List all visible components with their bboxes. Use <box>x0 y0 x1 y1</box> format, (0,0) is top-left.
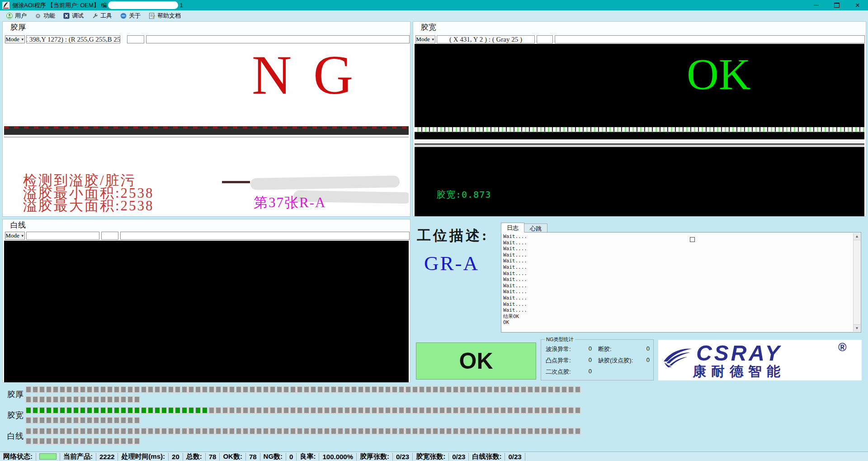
frame-square-empty <box>534 407 540 414</box>
menu-item-label: 功能 <box>43 12 55 20</box>
frame-square-empty <box>466 386 472 393</box>
frame-square-empty <box>120 437 127 445</box>
frame-square-empty <box>317 386 323 393</box>
small-field <box>127 35 144 43</box>
ng-stat-row: 断胶:0 <box>598 345 652 353</box>
log-line: Wait.... <box>503 258 853 264</box>
frame-square-empty <box>236 407 242 414</box>
scroll-up-icon[interactable]: ▲ <box>854 233 860 240</box>
ng-stat-value: 0 <box>589 345 594 353</box>
frame-square-empty <box>86 396 93 403</box>
frame-square-empty <box>459 386 466 393</box>
glue-width-image[interactable]: OK 胶宽:0.873 <box>415 44 864 216</box>
status-bar: 网络状态:当前产品:2222处理时间(ms):20总数:78OK数:78NG数:… <box>0 451 868 461</box>
frame-square-empty <box>378 407 384 414</box>
frame-square-empty <box>80 428 86 435</box>
frame-square-empty <box>181 386 188 393</box>
frame-square-empty <box>147 386 154 393</box>
frame-square-empty <box>161 428 167 435</box>
menu-item-关于[interactable]: 关于 <box>118 11 146 21</box>
frame-square-empty <box>534 386 540 393</box>
frame-square-ok <box>181 407 188 414</box>
tab-heartbeat[interactable]: 心跳 <box>524 223 547 233</box>
menu-bar: 用户功能调试工具关于帮助文档 <box>0 10 868 21</box>
frame-square-empty <box>46 437 52 445</box>
frame-square-empty <box>493 386 500 393</box>
frame-square-empty <box>419 407 425 414</box>
frame-square-empty <box>330 407 337 414</box>
small-field <box>101 232 118 240</box>
frame-square-empty <box>215 386 222 393</box>
scroll-down-icon[interactable]: ▼ <box>854 324 860 332</box>
menu-item-用户[interactable]: 用户 <box>4 11 32 21</box>
frame-square-empty <box>39 396 45 403</box>
frame-square-empty <box>344 428 350 435</box>
frame-square-empty <box>561 407 567 414</box>
maximize-button[interactable] <box>826 0 847 10</box>
menu-item-功能[interactable]: 功能 <box>32 11 61 21</box>
frame-square-empty <box>554 407 561 414</box>
log-line: OK <box>503 319 853 326</box>
menu-item-调试[interactable]: 调试 <box>61 11 89 21</box>
glue-edge-underline <box>4 137 409 138</box>
frame-square-empty <box>507 386 513 393</box>
frame-square-empty <box>73 428 79 435</box>
frame-square-empty <box>73 386 79 393</box>
dash-annotation <box>222 181 250 183</box>
mode-dropdown[interactable]: Mode▼ <box>5 35 25 43</box>
frame-square-empty <box>66 386 72 393</box>
frame-square-empty <box>541 428 547 435</box>
glue-thickness-image[interactable]: NG 检测到溢胶/脏污 溢胶最小面积:2538 溢胶最大面积:2538 第37张… <box>4 44 409 216</box>
frame-square-ok <box>25 407 32 414</box>
frame-square-empty <box>527 407 533 414</box>
frame-square-empty <box>236 386 242 393</box>
menu-item-工具[interactable]: 工具 <box>89 11 118 21</box>
mode-dropdown[interactable]: Mode▼ <box>5 232 25 240</box>
frame-square-empty <box>25 396 32 403</box>
frame-square-empty <box>100 437 106 445</box>
indicator-row <box>25 396 581 403</box>
frame-square-empty <box>527 386 533 393</box>
frame-square-empty <box>93 428 99 435</box>
frame-square-empty <box>168 386 174 393</box>
frame-square-empty <box>107 386 113 393</box>
frame-square-empty <box>303 428 310 435</box>
frame-square-empty <box>113 437 120 445</box>
close-button[interactable]: × <box>847 0 868 10</box>
mode-dropdown[interactable]: Mode▼ <box>415 35 435 43</box>
log-scrollbar[interactable]: ▲ ▼ <box>853 233 860 332</box>
white-line-image[interactable] <box>4 241 409 382</box>
frame-square-empty <box>554 386 561 393</box>
log-listbox[interactable]: Wait....Wait....Wait....Wait....Wait....… <box>501 232 861 333</box>
ng-stat-label: 凸点异常: <box>546 356 571 365</box>
status-value: 0/23 <box>505 453 525 461</box>
log-line: Wait.... <box>503 307 853 314</box>
status-label: 胶厚张数: <box>357 453 393 461</box>
frame-square-empty <box>93 396 99 403</box>
indicator-label: 胶宽 <box>7 410 25 421</box>
tab-log[interactable]: 日志 <box>501 223 524 233</box>
frame-square-empty <box>188 428 194 435</box>
frame-square-empty <box>52 428 59 435</box>
frame-square-empty <box>25 428 32 435</box>
frame-square-empty <box>534 428 540 435</box>
frame-square-empty <box>446 386 452 393</box>
frame-square-empty <box>392 407 398 414</box>
frame-square-empty <box>290 407 296 414</box>
frame-square-empty <box>242 386 249 393</box>
frame-square-empty <box>283 386 289 393</box>
minimize-button[interactable] <box>806 0 826 10</box>
frame-square-empty <box>113 417 120 424</box>
menu-item-帮助文档[interactable]: 帮助文档 <box>146 11 186 21</box>
station-description-label: 工位描述: <box>417 226 489 245</box>
frame-square-empty <box>236 428 242 435</box>
frame-square-empty <box>520 428 527 435</box>
chevron-down-icon: ▼ <box>431 38 435 42</box>
frame-square-empty <box>32 428 38 435</box>
registered-trademark-icon: ® <box>838 341 846 354</box>
frame-square-empty <box>25 386 32 393</box>
log-checkbox[interactable] <box>690 237 695 242</box>
frame-square-empty <box>446 407 452 414</box>
frame-square-empty <box>568 407 574 414</box>
frame-square-ok <box>32 407 38 414</box>
